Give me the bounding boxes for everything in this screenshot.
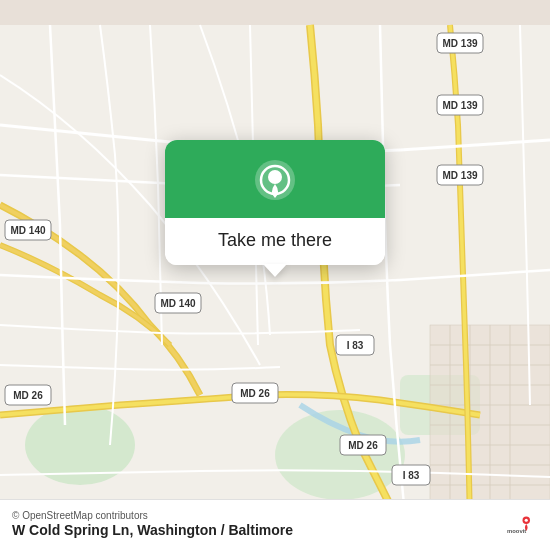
svg-text:MD 139: MD 139 [442,100,477,111]
popup-green-area [165,140,385,218]
moovit-logo: moovit [506,508,538,540]
take-me-there-button[interactable]: Take me there [218,230,332,251]
moovit-icon: moovit [506,508,538,540]
svg-text:MD 140: MD 140 [160,298,195,309]
svg-text:moovit: moovit [507,528,526,534]
svg-text:I 83: I 83 [403,470,420,481]
svg-text:MD 26: MD 26 [13,390,43,401]
map-container[interactable]: MD 139 MD 139 MD 139 MD 140 MD 140 I 83 … [0,0,550,550]
svg-text:MD 139: MD 139 [442,170,477,181]
svg-text:MD 139: MD 139 [442,38,477,49]
map-pin-icon [253,158,297,202]
popup-card: Take me there [165,140,385,265]
svg-point-2 [275,410,405,500]
svg-point-46 [525,519,528,522]
svg-text:MD 140: MD 140 [10,225,45,236]
bottom-bar: © OpenStreetMap contributors W Cold Spri… [0,499,550,550]
location-label: W Cold Spring Ln, Washington / Baltimore [12,522,293,538]
bottom-left-info: © OpenStreetMap contributors W Cold Spri… [12,510,293,538]
svg-text:MD 26: MD 26 [348,440,378,451]
svg-text:I 83: I 83 [347,340,364,351]
popup-bottom: Take me there [165,218,385,265]
osm-attribution: © OpenStreetMap contributors [12,510,293,521]
svg-text:MD 26: MD 26 [240,388,270,399]
svg-point-43 [268,170,282,184]
